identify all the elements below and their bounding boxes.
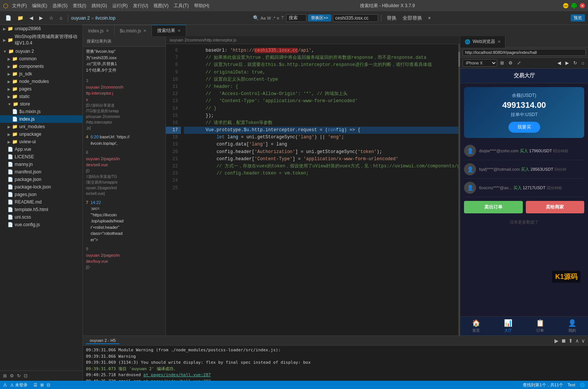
- profile-nav-icon: 👤: [568, 319, 576, 327]
- sell-order-button[interactable]: 卖出订单: [464, 201, 523, 213]
- sidebar-item-store[interactable]: ▼ 📁 store: [0, 100, 83, 108]
- sidebar-item-vueconfigjs[interactable]: 📄 vue.config.js: [0, 221, 83, 228]
- replace-button[interactable]: 替换: [384, 14, 399, 23]
- nav-home[interactable]: 🏠 首页: [460, 319, 492, 333]
- forward-button[interactable]: ▶: [37, 14, 45, 22]
- menu-file[interactable]: 文件(F): [10, 2, 29, 10]
- sidebar-item-indexjs[interactable]: 📄 index.js: [0, 115, 83, 123]
- sidebar-item-jssdk[interactable]: ▶ 📁 js_sdk: [0, 70, 83, 78]
- list-item[interactable]: 替换"ilvcoin.top" 为"ceshi335.iosx .cc"完毕,共…: [83, 47, 165, 75]
- search-input[interactable]: [289, 15, 304, 21]
- run-icon[interactable]: ▶: [554, 338, 559, 344]
- sell-merchant-button[interactable]: 卖给商家: [526, 201, 585, 213]
- sidebar-item-umixin[interactable]: 📄 $u.mixin.js: [0, 108, 83, 115]
- sidebar-item-unimodules[interactable]: ▶ 📁 uni_modules: [0, 123, 83, 130]
- settings-icon[interactable]: ⚙: [10, 373, 14, 378]
- terminal-icon[interactable]: ⊡: [24, 373, 28, 378]
- sidebar-item-readmemd[interactable]: 📄 README.md: [0, 198, 83, 206]
- sidebar-item-uniscss[interactable]: 📄 uni.scss: [0, 213, 83, 221]
- menu-edit[interactable]: 编辑(E): [30, 2, 49, 10]
- sidebar-item-packagejson[interactable]: 📄 package.json: [0, 176, 83, 183]
- replace-area-button[interactable]: 替换区>>: [308, 14, 331, 21]
- forward-nav-icon[interactable]: ▶: [564, 60, 570, 66]
- sidebar-item-woshop[interactable]: ▶ 📁 WoShop跨境商城商家管理移动端V1.0.4: [0, 32, 83, 47]
- share-icon[interactable]: ⬆: [568, 338, 573, 344]
- new-file-button[interactable]: 📄: [3, 14, 14, 22]
- down-icon[interactable]: ∨: [581, 338, 585, 344]
- breadcrumb-file2[interactable]: ilvcoin.top: [95, 15, 115, 21]
- buy-button[interactable]: 我要买: [508, 122, 540, 133]
- breadcrumb-file1[interactable]: ouyuan 2: [71, 15, 90, 21]
- menu-view[interactable]: 视图(V): [151, 2, 171, 10]
- back-nav-icon[interactable]: ◀: [556, 60, 562, 66]
- home-button[interactable]: ⌂: [57, 14, 65, 22]
- list-item[interactable]: 7 14:22 :src= "'https://ilvcoin .top/upl…: [83, 198, 165, 245]
- sidebar-item-manifestjson[interactable]: 📄 manifest.json: [0, 168, 83, 176]
- list-item[interactable]: 6 ouyuan 2/pages/in dex/sell.vue [D :/源码…: [83, 148, 165, 198]
- sidebar-item-unpackage[interactable]: ▶ 📁 unpackage: [0, 130, 83, 138]
- trade-action: 买入: [520, 149, 529, 153]
- menu-find[interactable]: 查找(I): [70, 2, 88, 10]
- bookmark-button[interactable]: ☆: [47, 14, 56, 22]
- sidebar-item-appvue[interactable]: 📄 App.vue: [0, 145, 83, 153]
- sidebar-item-license[interactable]: 📄 LICENSE: [0, 153, 83, 161]
- stop-icon[interactable]: ⏹: [561, 338, 566, 344]
- code-content[interactable]: 6 7 8 9 10 11 12 13 14 15 16 17 18 19: [166, 44, 460, 335]
- replace-all-button[interactable]: 全部替换: [400, 14, 424, 23]
- console-link-1[interactable]: at pages/index/hall.vue:287: [143, 372, 211, 377]
- sidebar-item-uviewui[interactable]: ▶ 📁 uview-ui: [0, 138, 83, 145]
- open-button[interactable]: 📁: [15, 14, 26, 22]
- menu-select[interactable]: 选择(S): [50, 2, 70, 10]
- preview-button[interactable]: 预览: [571, 14, 585, 21]
- resize-icon[interactable]: ⤢: [516, 60, 522, 66]
- menu-publish[interactable]: 发行(U): [131, 2, 151, 10]
- menu-goto[interactable]: 跳转(G): [89, 2, 109, 10]
- tab-close-icon[interactable]: ✕: [143, 29, 146, 33]
- replace-input[interactable]: [333, 14, 378, 22]
- list-item[interactable]: 9 ouyuan 2/pages/in dex/buy.vue [D: [83, 244, 165, 272]
- expand-icon[interactable]: ⊞: [499, 60, 505, 66]
- refresh-icon[interactable]: ↻: [17, 373, 21, 378]
- sidebar-item-pagesjson[interactable]: 📄 pages.json: [0, 191, 83, 198]
- nav-orders[interactable]: 📋 订单: [524, 319, 556, 333]
- tab-umixin[interactable]: $u.mixin.js ✕: [115, 25, 152, 36]
- refresh-nav-icon[interactable]: ↻: [572, 60, 579, 66]
- home-nav-icon[interactable]: ⌂: [580, 60, 586, 66]
- back-button[interactable]: ◀: [27, 14, 35, 22]
- list-item[interactable]: 3 ouyuan 2/common/h ttp.interceptor.j s …: [83, 76, 165, 132]
- code-text[interactable]: baseUrl: 'https://ceshi335.iosx.cc/api',…: [181, 44, 458, 335]
- tab-close-icon[interactable]: ✕: [178, 29, 181, 33]
- close-button[interactable]: ✕: [580, 3, 585, 8]
- sidebar-item-nodemodules[interactable]: ▶ 📁 node_modules: [0, 78, 83, 85]
- settings-icon[interactable]: ⚙: [507, 60, 514, 66]
- sidebar-item-pages[interactable]: ▶ 📁 pages: [0, 85, 83, 93]
- menu-help[interactable]: 帮助(H): [192, 2, 212, 10]
- url-input[interactable]: [462, 49, 586, 56]
- browser-close-icon[interactable]: ✕: [498, 40, 501, 44]
- menu-run[interactable]: 运行(R): [110, 2, 130, 10]
- browser-tab[interactable]: 🌐 Web浏览器 ✕: [460, 36, 505, 47]
- sidebar-item-mannyjs[interactable]: 📄 manny.jn: [0, 161, 83, 168]
- sidebar-item-uniapp[interactable]: ▶ 📁 uniapp28966: [0, 25, 83, 32]
- sidebar-item-templatehtml[interactable]: 📄 template.h5.html: [0, 206, 83, 213]
- tab-close-icon[interactable]: ✕: [106, 29, 109, 33]
- tab-searchresult[interactable]: 搜索结果 ✕: [152, 25, 186, 36]
- git-icon[interactable]: ⊞: [3, 373, 7, 378]
- sidebar-item-common[interactable]: ▶ 📁 common: [0, 55, 83, 63]
- minimize-button[interactable]: ─: [563, 3, 568, 8]
- list-item[interactable]: 4 6:20 baseUrl: 'https:// ilvcoin.top/ap…: [83, 132, 165, 148]
- nav-profile[interactable]: 👤 我的: [556, 319, 588, 333]
- console-tab[interactable]: ouyuan 2 - H5: [86, 337, 119, 344]
- up-icon[interactable]: ∧: [575, 338, 579, 344]
- menu-tools[interactable]: 工具(T): [172, 2, 191, 10]
- arrow-icon: ▶: [3, 38, 6, 42]
- sidebar-item-ouyuan[interactable]: ▼ 📁 ouyuan 2: [0, 47, 83, 55]
- close-search-button[interactable]: ×: [426, 14, 433, 22]
- sidebar-item-packagelock[interactable]: 📄 package-lock.json: [0, 183, 83, 191]
- sidebar-item-components[interactable]: ▶ 📁 components: [0, 63, 83, 70]
- sidebar-item-static[interactable]: ▶ 📁 static: [0, 93, 83, 100]
- maximize-button[interactable]: □: [571, 3, 577, 8]
- tab-indexjs[interactable]: index.js ✕: [83, 25, 115, 36]
- device-select[interactable]: iPhone X iPhone 6/7/8 iPad: [462, 59, 497, 67]
- nav-hall[interactable]: 📊 大厅: [492, 319, 524, 333]
